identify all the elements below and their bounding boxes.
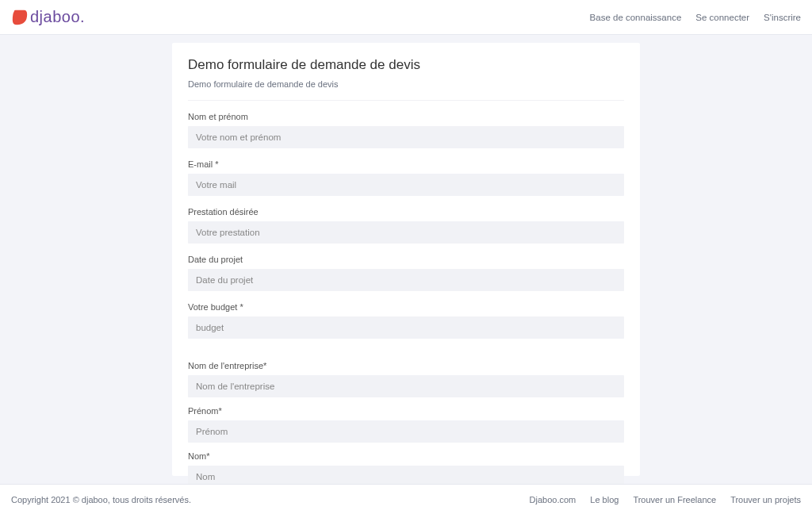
nav-knowledge-base[interactable]: Base de connaissance: [590, 13, 682, 22]
label-company: Nom de l'entreprise*: [188, 361, 624, 370]
input-email[interactable]: [188, 174, 624, 196]
field-firstname: Prénom*: [188, 406, 624, 443]
nav: Base de connaissance Se connecter S'insc…: [590, 13, 801, 22]
footer-link-blog[interactable]: Le blog: [590, 495, 619, 504]
logo[interactable]: djaboo.: [11, 8, 85, 26]
input-project-date[interactable]: [188, 269, 624, 291]
footer-link-projects[interactable]: Trouver un projets: [730, 495, 801, 504]
label-email: E-mail *: [188, 159, 624, 169]
form-card: Demo formulaire de demande de devis Demo…: [172, 43, 640, 476]
label-budget: Votre budget *: [188, 302, 624, 312]
input-budget[interactable]: [188, 316, 624, 339]
footer: Copyright 2021 © djaboo, tous droits rés…: [0, 484, 812, 514]
form-section: Nom et prénom E-mail * Prestation désiré…: [188, 100, 624, 484]
field-fullname: Nom et prénom: [188, 112, 624, 148]
label-lastname: Nom*: [188, 451, 624, 461]
footer-link-site[interactable]: Djaboo.com: [530, 495, 576, 504]
label-firstname: Prénom*: [188, 406, 624, 416]
main-content: Demo formulaire de demande de devis Demo…: [0, 35, 812, 484]
nav-signup[interactable]: S'inscrire: [764, 13, 801, 22]
footer-links: Djaboo.com Le blog Trouver un Freelance …: [530, 495, 801, 504]
footer-copyright: Copyright 2021 © djaboo, tous droits rés…: [11, 495, 191, 504]
nav-login[interactable]: Se connecter: [695, 13, 749, 22]
field-company: Nom de l'entreprise*: [188, 361, 624, 397]
field-email: E-mail *: [188, 159, 624, 196]
label-fullname: Nom et prénom: [188, 112, 624, 121]
label-service: Prestation désirée: [188, 207, 624, 217]
form-subtitle: Demo formulaire de demande de devis: [188, 79, 624, 89]
input-firstname[interactable]: [188, 420, 624, 443]
footer-link-freelance[interactable]: Trouver un Freelance: [633, 495, 716, 504]
label-project-date: Date du projet: [188, 255, 624, 264]
logo-icon: [11, 9, 29, 26]
field-lastname: Nom*: [188, 451, 624, 484]
input-service[interactable]: [188, 221, 624, 244]
header: djaboo. Base de connaissance Se connecte…: [0, 0, 812, 35]
field-project-date: Date du projet: [188, 255, 624, 291]
input-lastname[interactable]: [188, 466, 624, 484]
input-fullname[interactable]: [188, 126, 624, 148]
field-budget: Votre budget *: [188, 302, 624, 339]
input-company[interactable]: [188, 375, 624, 397]
field-service: Prestation désirée: [188, 207, 624, 244]
form-title: Demo formulaire de demande de devis: [188, 57, 624, 73]
logo-text: djaboo.: [30, 8, 85, 26]
